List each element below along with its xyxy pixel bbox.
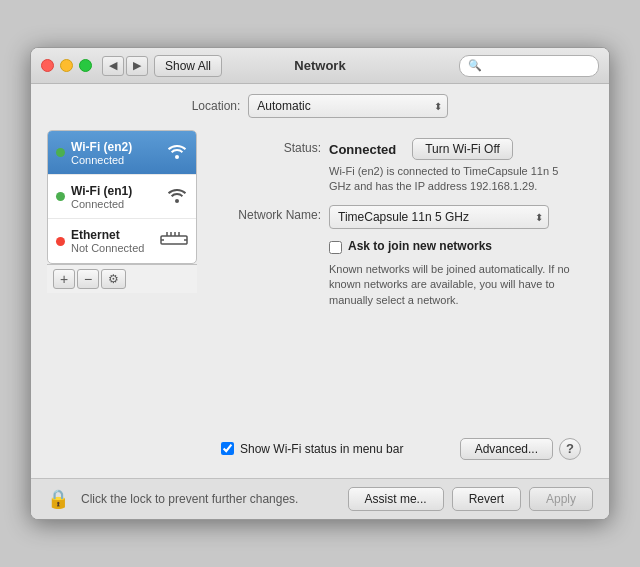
network-item-name-ethernet: Ethernet	[71, 228, 154, 242]
titlebar: ◀ ▶ Show All Network 🔍	[31, 48, 609, 84]
status-value-block: Connected Turn Wi-Fi Off Wi-Fi (en2) is …	[329, 138, 581, 195]
forward-button[interactable]: ▶	[126, 56, 148, 76]
network-item-name-wifi-en1: Wi-Fi (en1)	[71, 184, 160, 198]
ask-join-checkbox[interactable]	[329, 241, 342, 254]
back-button[interactable]: ◀	[102, 56, 124, 76]
network-item-info-wifi-en2: Wi-Fi (en2) Connected	[71, 140, 160, 166]
nav-buttons: ◀ ▶	[102, 56, 148, 76]
window-title: Network	[294, 58, 345, 73]
wifi-icon-en1	[166, 185, 188, 208]
search-input[interactable]	[486, 59, 590, 73]
network-window: ◀ ▶ Show All Network 🔍 Location: Automat…	[30, 47, 610, 520]
show-status-checkbox[interactable]	[221, 442, 234, 455]
network-item-status-wifi-en1: Connected	[71, 198, 160, 210]
network-item-name-wifi-en2: Wi-Fi (en2)	[71, 140, 160, 154]
location-row: Location: Automatic Custom ⬍	[47, 94, 593, 118]
show-status-area: Show Wi-Fi status in menu bar Advanced..…	[221, 428, 581, 460]
show-status-row: Show Wi-Fi status in menu bar Advanced..…	[221, 428, 581, 460]
search-icon: 🔍	[468, 59, 482, 72]
status-dot-wifi-en1	[56, 192, 65, 201]
lock-text: Click the lock to prevent further change…	[81, 492, 340, 506]
ask-join-label[interactable]: Ask to join new networks	[348, 239, 492, 253]
ethernet-icon	[160, 231, 188, 251]
search-box[interactable]: 🔍	[459, 55, 599, 77]
content-area: Location: Automatic Custom ⬍ Wi-Fi (en2	[31, 84, 609, 468]
network-name-value-block: TimeCapsule 11n 5 GHz ⬍	[329, 205, 581, 229]
ask-join-description: Known networks will be joined automatica…	[329, 262, 581, 308]
help-button[interactable]: ?	[559, 438, 581, 460]
wifi-icon-en2	[166, 141, 188, 164]
sidebar-toolbar: + − ⚙	[47, 264, 197, 293]
add-network-button[interactable]: +	[53, 269, 75, 289]
show-status-label[interactable]: Show Wi-Fi status in menu bar	[240, 442, 403, 456]
status-label: Status:	[221, 141, 321, 155]
svg-rect-0	[161, 236, 187, 244]
close-button[interactable]	[41, 59, 54, 72]
remove-network-button[interactable]: −	[77, 269, 99, 289]
network-item-status-ethernet: Not Connected	[71, 242, 154, 254]
network-name-row: Network Name: TimeCapsule 11n 5 GHz ⬍	[221, 205, 581, 229]
network-item-status-wifi-en2: Connected	[71, 154, 160, 166]
network-item-wifi-en1[interactable]: Wi-Fi (en1) Connected	[48, 175, 196, 219]
location-label: Location:	[192, 99, 241, 113]
ask-join-row: Ask to join new networks	[329, 239, 581, 254]
status-dot-ethernet	[56, 237, 65, 246]
network-name-select[interactable]: TimeCapsule 11n 5 GHz	[329, 205, 549, 229]
detail-panel: Status: Connected Turn Wi-Fi Off Wi-Fi (…	[209, 130, 593, 468]
network-sidebar: Wi-Fi (en2) Connected	[47, 130, 197, 264]
apply-button[interactable]: Apply	[529, 487, 593, 511]
advanced-button[interactable]: Advanced...	[460, 438, 553, 460]
bottom-bar: 🔒 Click the lock to prevent further chan…	[31, 478, 609, 519]
network-name-select-wrapper: TimeCapsule 11n 5 GHz ⬍	[329, 205, 549, 229]
revert-button[interactable]: Revert	[452, 487, 521, 511]
status-connected: Connected	[329, 142, 396, 157]
network-name-label: Network Name:	[221, 208, 321, 222]
lock-icon: 🔒	[47, 488, 69, 510]
minimize-button[interactable]	[60, 59, 73, 72]
gear-menu-button[interactable]: ⚙	[101, 269, 126, 289]
network-item-info-wifi-en1: Wi-Fi (en1) Connected	[71, 184, 160, 210]
network-item-ethernet[interactable]: Ethernet Not Connected	[48, 219, 196, 263]
traffic-lights	[41, 59, 92, 72]
status-dot-wifi-en2	[56, 148, 65, 157]
assist-me-button[interactable]: Assist me...	[348, 487, 444, 511]
maximize-button[interactable]	[79, 59, 92, 72]
network-item-wifi-en2[interactable]: Wi-Fi (en2) Connected	[48, 131, 196, 175]
status-description: Wi-Fi (en2) is connected to TimeCapsule …	[329, 164, 581, 195]
turn-wifi-off-button[interactable]: Turn Wi-Fi Off	[412, 138, 513, 160]
location-select[interactable]: Automatic Custom	[248, 94, 448, 118]
location-select-wrapper: Automatic Custom ⬍	[248, 94, 448, 118]
status-inline: Connected Turn Wi-Fi Off	[329, 138, 581, 160]
network-item-info-ethernet: Ethernet Not Connected	[71, 228, 154, 254]
show-all-button[interactable]: Show All	[154, 55, 222, 77]
status-row: Status: Connected Turn Wi-Fi Off Wi-Fi (…	[221, 138, 581, 195]
main-panel: Wi-Fi (en2) Connected	[47, 130, 593, 468]
